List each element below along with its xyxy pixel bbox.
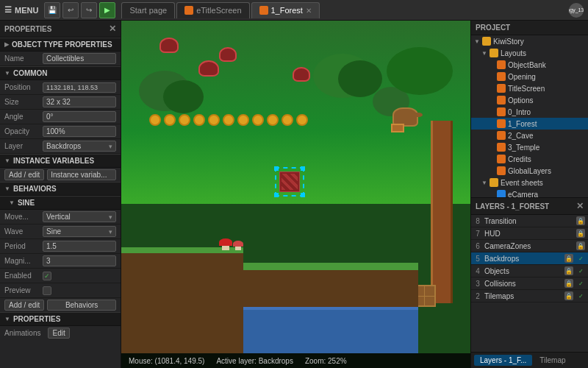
prop-value[interactable]: Collectibles bbox=[43, 53, 116, 64]
preview-checkbox[interactable] bbox=[43, 286, 51, 295]
tree-item-ecamera[interactable]: eCamera bbox=[471, 188, 588, 197]
layer-row-collisions[interactable]: 3 Collisions 🔒 ✓ bbox=[471, 277, 588, 290]
tree-item-eventsheets[interactable]: ▼ Event sheets bbox=[471, 177, 588, 188]
tab-forest[interactable]: 1_Forest ✕ bbox=[251, 2, 320, 18]
canvas-area[interactable]: Mouse: (1081.4, 149.5) Active layer: Bac… bbox=[121, 21, 470, 368]
tree-item-label: Options bbox=[508, 96, 533, 105]
layer-lock-icon[interactable]: 🔒 bbox=[576, 216, 585, 225]
behaviors-add-button[interactable]: Add / edit bbox=[4, 300, 44, 311]
tree-item-kiwistory[interactable]: ▼ KiwiStory bbox=[471, 35, 588, 47]
run-button[interactable]: ▶ bbox=[99, 2, 115, 18]
section-behaviors[interactable]: ▼ BEHAVIORS bbox=[0, 182, 121, 196]
prop-label: Move... bbox=[4, 213, 43, 221]
layer-lock-icon[interactable]: 🔒 bbox=[564, 279, 573, 288]
section-common[interactable]: ▼ COMMON bbox=[0, 66, 121, 80]
section-properties2[interactable]: ▼ PROPERTIES bbox=[0, 312, 121, 326]
panel-close-button[interactable]: ✕ bbox=[109, 24, 116, 34]
layer-visible-icon[interactable]: ✓ bbox=[576, 254, 585, 263]
coin-2 bbox=[164, 114, 176, 126]
bottom-tab-tilemap[interactable]: Tilemap bbox=[534, 355, 571, 366]
save-button[interactable]: 💾 bbox=[44, 2, 60, 18]
prop-label: Angle bbox=[4, 113, 43, 121]
tree-item-label: Event sheets bbox=[501, 179, 543, 187]
tree-item-3temple[interactable]: 3_Temple bbox=[471, 141, 588, 153]
coin-6 bbox=[223, 114, 234, 126]
section-sine[interactable]: ▼ SINE bbox=[0, 196, 121, 210]
project-header: PROJECT bbox=[471, 21, 588, 35]
tree-item-globallayers[interactable]: GlobalLayers bbox=[471, 165, 588, 177]
tree-item-objectbank[interactable]: ObjectBank bbox=[471, 59, 588, 71]
prop-value-dropdown[interactable]: Backdrops bbox=[43, 141, 116, 152]
panel-title: PROPERTIES bbox=[4, 25, 51, 33]
prop-value-dropdown[interactable]: Vertical bbox=[43, 211, 116, 222]
tab-label: eTitleScreen bbox=[196, 6, 241, 15]
prop-value[interactable]: 1.5 bbox=[43, 241, 116, 252]
tree-item-options[interactable]: Options bbox=[471, 94, 588, 106]
selected-object-box[interactable] bbox=[275, 167, 304, 197]
prop-value[interactable]: 3 bbox=[43, 255, 116, 266]
user-avatar[interactable]: piggy_1337 bbox=[569, 3, 584, 18]
layer-visible-icon[interactable]: ✓ bbox=[576, 266, 585, 275]
prop-value[interactable]: 0° bbox=[43, 111, 116, 122]
tree-item-1forest[interactable]: 1_Forest bbox=[471, 118, 588, 130]
layer-name: Backdrops bbox=[484, 255, 562, 263]
handle-bottom-left[interactable] bbox=[274, 193, 279, 197]
layer-lock-icon[interactable]: 🔒 bbox=[564, 266, 573, 275]
layer-num: 4 bbox=[474, 267, 481, 275]
bottom-tab-layers[interactable]: Layers - 1_F... bbox=[474, 355, 532, 366]
layers-panel: LAYERS - 1_FOREST ✕ 8 Transition 🔒 7 HUD… bbox=[471, 197, 588, 368]
add-edit-button[interactable]: Add / edit bbox=[4, 169, 44, 180]
layer-visible-icon[interactable]: ✓ bbox=[576, 279, 585, 288]
folder-icon bbox=[490, 178, 498, 187]
handle-top-left[interactable] bbox=[274, 166, 279, 171]
mushroom-cap-2 bbox=[233, 241, 243, 247]
tree-item-0intro[interactable]: 0_Intro bbox=[471, 106, 588, 118]
layer-lock-icon[interactable]: 🔒 bbox=[576, 229, 585, 238]
tree-item-2cave[interactable]: 2_Cave bbox=[471, 130, 588, 141]
tab-label: 1_Forest bbox=[271, 6, 303, 15]
instance-var-input[interactable]: Instance variab... bbox=[47, 169, 116, 180]
tab-label: Layers - 1_F... bbox=[480, 356, 526, 364]
user-label: piggy_1337 bbox=[569, 7, 584, 13]
prop-value[interactable]: 32 x 32 bbox=[43, 96, 116, 107]
handle-top-right[interactable] bbox=[301, 166, 305, 171]
section-instance-variables[interactable]: ▼ INSTANCE VARIABLES bbox=[0, 154, 121, 168]
prop-value[interactable]: 100% bbox=[43, 126, 116, 137]
layer-row-hud[interactable]: 7 HUD 🔒 bbox=[471, 227, 588, 240]
menu-button[interactable]: ☰ MENU bbox=[4, 5, 38, 15]
layer-visible-icon[interactable]: ✓ bbox=[576, 291, 585, 300]
redo-button[interactable]: ↪ bbox=[81, 2, 97, 18]
tree-item-layouts[interactable]: ▼ Layouts bbox=[471, 47, 588, 59]
layout-icon bbox=[497, 143, 506, 152]
tree-foliage-6 bbox=[387, 47, 453, 95]
layer-lock-icon[interactable]: 🔒 bbox=[576, 241, 585, 250]
tree-item-opening[interactable]: Opening bbox=[471, 71, 588, 82]
layer-row-objects[interactable]: 4 Objects 🔒 ✓ bbox=[471, 265, 588, 277]
layer-row-tilemaps[interactable]: 2 Tilemaps 🔒 ✓ bbox=[471, 290, 588, 302]
tab-close-button[interactable]: ✕ bbox=[306, 7, 312, 15]
tree-item-credits[interactable]: Credits bbox=[471, 153, 588, 165]
layers-close-button[interactable]: ✕ bbox=[576, 201, 584, 211]
layer-row-transition[interactable]: 8 Transition 🔒 bbox=[471, 215, 588, 227]
undo-button[interactable]: ↩ bbox=[62, 2, 79, 18]
layer-lock-icon[interactable]: 🔒 bbox=[564, 254, 573, 263]
prop-label: Enabled bbox=[4, 272, 43, 280]
handle-bottom-right[interactable] bbox=[301, 193, 305, 197]
layer-name: CameraZones bbox=[484, 242, 573, 250]
prop-value[interactable]: 1132.181, 118.53 bbox=[43, 82, 116, 93]
section-arrow: ▼ bbox=[4, 70, 10, 77]
enabled-checkbox[interactable]: ✓ bbox=[43, 272, 51, 280]
layer-row-camerazones[interactable]: 6 CameraZones 🔒 bbox=[471, 240, 588, 252]
section-object-type[interactable]: ▶ OBJECT TYPE PROPERTIES bbox=[0, 38, 121, 52]
layout-icon bbox=[497, 60, 506, 69]
tab-start-page[interactable]: Start page bbox=[121, 2, 175, 18]
tree-item-titlescreen[interactable]: TitleScreen bbox=[471, 82, 588, 94]
edit-animations-button[interactable]: Edit bbox=[48, 328, 69, 339]
layer-lock-icon[interactable]: 🔒 bbox=[564, 291, 573, 300]
layer-row-backdrops[interactable]: 5 Backdrops 🔒 ✓ bbox=[471, 252, 588, 265]
toolbar-icons: 💾 ↩ ↪ ▶ bbox=[44, 2, 115, 18]
prop-value-dropdown[interactable]: Sine bbox=[43, 226, 116, 237]
tab-title-screen[interactable]: eTitleScreen bbox=[176, 2, 249, 18]
behaviors-button[interactable]: Behaviors bbox=[47, 300, 116, 311]
layout-icon bbox=[497, 96, 506, 105]
